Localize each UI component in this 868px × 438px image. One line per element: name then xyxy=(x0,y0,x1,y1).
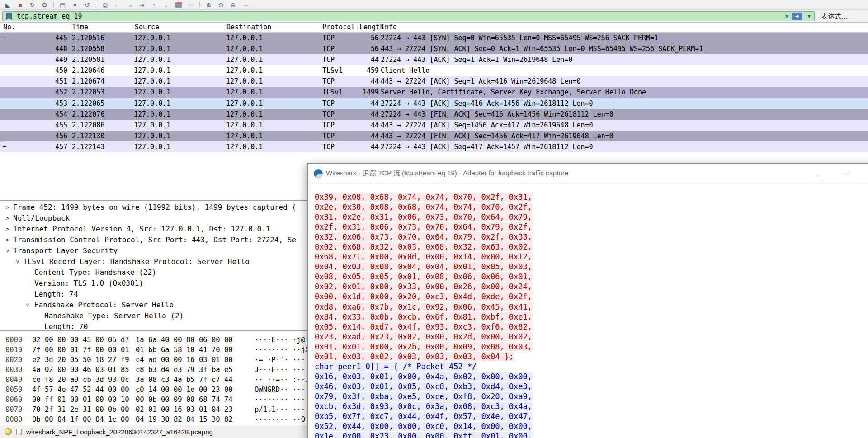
maximize-button[interactable]: □ xyxy=(832,164,859,184)
packet-row-452[interactable]: 4522.122053127.0.0.1127.0.0.1TLSv11499Se… xyxy=(0,87,868,98)
stream-line-server: 0x79, 0x3f, 0xba, 0xe5, 0xce, 0xf8, 0x20… xyxy=(314,391,868,401)
stream-text: 0x1e, 0x00, 0x23, 0x00, 0x00, 0xff, 0x01… xyxy=(314,432,533,438)
stream-line-client: 0xd8, 0xa6, 0x7b, 0x1c, 0x92, 0x06, 0x45… xyxy=(314,302,868,312)
stream-text: 0xcb, 0x3d, 0x93, 0x0c, 0x3a, 0x08, 0xc3… xyxy=(314,402,533,411)
minimize-button[interactable]: – xyxy=(806,164,832,184)
stream-text: 0xb5, 0x7f, 0xc7, 0x44, 0x4f, 0x57, 0x4e… xyxy=(314,412,533,421)
packet-row-445[interactable]: 4452.120516127.0.0.1127.0.0.1TCP5627224 … xyxy=(0,33,868,43)
find-packet-icon[interactable]: ◎ xyxy=(99,0,111,9)
expression-button[interactable]: 表达式… xyxy=(821,12,848,21)
resize-columns-icon[interactable]: ⇔ xyxy=(239,0,251,9)
stream-text: 0x02, 0x01, 0x00, 0x33, 0x00, 0x26, 0x00… xyxy=(314,282,533,291)
packet-cell-len: 44 xyxy=(343,98,379,109)
packet-cell-source: 127.0.0.1 xyxy=(134,76,170,87)
column-header-dest[interactable]: Destination xyxy=(226,23,271,32)
packet-cell-no: 451 xyxy=(0,76,67,87)
toolbar-separator xyxy=(53,2,54,8)
stream-line-client: 0x23, 0xad, 0x23, 0x02, 0x00, 0x2d, 0x00… xyxy=(314,332,868,342)
follow-window-titlebar[interactable]: Wireshark · 追踪 TCP 流 (tcp.stream eq 19) … xyxy=(308,164,868,184)
go-first-packet-icon[interactable]: ↑ xyxy=(148,0,160,9)
expand-arrow-icon[interactable]: > xyxy=(5,235,11,245)
zoom-original-icon[interactable]: ⊜ xyxy=(227,0,239,9)
ascii-left: ····E··· xyxy=(255,335,288,345)
detail-text: Transmission Control Protocol, Src Port:… xyxy=(0,235,296,245)
hex-bytes-right: 3a 08 c3 4a b5 7f c7 44 xyxy=(136,375,233,385)
expand-arrow-icon[interactable]: > xyxy=(5,213,11,224)
hex-bytes-left: 02 00 00 00 45 00 05 d7 xyxy=(32,335,129,345)
filter-apply-icon[interactable]: ➜ xyxy=(792,13,802,20)
detail-text: TLSv1 Record Layer: Handshake Protocol: … xyxy=(0,256,250,267)
stream-text: 0x68, 0x71, 0x00, 0x0d, 0x00, 0x14, 0x00… xyxy=(314,252,533,261)
column-header-info[interactable]: Info xyxy=(381,23,397,32)
stream-text: 0x79, 0x3f, 0xba, 0xe5, 0xce, 0xf8, 0x20… xyxy=(314,392,533,401)
packet-row-448[interactable]: 4482.120558127.0.0.1127.0.0.1TCP56443 → … xyxy=(0,43,868,54)
packet-cell-no: 449 xyxy=(0,54,67,65)
packet-row-449[interactable]: 4492.120581127.0.0.1127.0.0.1TCP4427224 … xyxy=(0,54,868,65)
packet-row-455[interactable]: 4552.122086127.0.0.1127.0.0.1TCP44443 → … xyxy=(0,120,868,131)
packet-cell-time: 2.120646 xyxy=(72,65,104,76)
packet-row-450[interactable]: 4502.120646127.0.0.1127.0.0.1TLSv1459Cli… xyxy=(0,65,868,76)
go-forward-icon[interactable]: → xyxy=(123,0,136,9)
packet-row-457[interactable]: 4572.122143127.0.0.1127.0.0.1TCP4427224 … xyxy=(0,141,868,152)
packet-cell-proto: TCP xyxy=(322,76,335,87)
hex-bytes-left: 4a 02 00 00 46 03 01 85 xyxy=(32,365,129,375)
stream-line-client: 0x2f, 0x31, 0x06, 0x73, 0x70, 0x64, 0x79… xyxy=(314,222,868,232)
stop-capture-icon[interactable]: ■ xyxy=(14,0,26,9)
packet-cell-proto: TLSv1 xyxy=(322,65,343,76)
expand-arrow-icon[interactable]: > xyxy=(5,224,11,235)
stream-text: 0x46, 0x03, 0x01, 0x85, 0xc8, 0xb3, 0xd4… xyxy=(314,382,533,391)
stream-line-server: 0x1e, 0x00, 0x23, 0x00, 0x00, 0xff, 0x01… xyxy=(314,431,868,438)
display-filter-value[interactable]: tcp.stream eq 19 xyxy=(17,12,82,21)
packet-cell-dest: 127.0.0.1 xyxy=(226,54,263,65)
follow-stream-content[interactable]: 0x39, 0x08, 0x68, 0x74, 0x74, 0x70, 0x2f… xyxy=(308,184,868,438)
filter-bookmark-icon[interactable] xyxy=(6,13,12,20)
collapse-arrow-icon[interactable]: > xyxy=(2,248,13,254)
start-capture-icon[interactable]: ◣ xyxy=(2,0,14,9)
hex-offset: 0030 xyxy=(5,365,22,375)
close-capture-file-icon[interactable]: × xyxy=(69,0,81,9)
colorize-packets-icon[interactable] xyxy=(172,0,184,9)
zoom-out-icon[interactable]: ⊖ xyxy=(215,0,227,9)
stream-text: 0x32, 0x06, 0x73, 0x70, 0x64, 0x79, 0x2f… xyxy=(314,232,533,241)
capture-file-properties-icon[interactable] xyxy=(16,429,22,435)
packet-row-453[interactable]: 4532.122065127.0.0.1127.0.0.1TCP4427224 … xyxy=(0,98,868,109)
detail-text: Length: 74 xyxy=(0,289,78,300)
restart-capture-icon[interactable]: ↻ xyxy=(26,0,38,9)
stream-text: 0x01, 0x01, 0x00, 0x2b, 0x00, 0x09, 0x08… xyxy=(314,342,533,351)
packet-cell-time: 2.122053 xyxy=(72,87,104,98)
hex-bytes-left: 00 ff 01 00 01 00 00 10 xyxy=(32,395,129,405)
packet-cell-dest: 127.0.0.1 xyxy=(226,109,263,120)
expand-arrow-icon[interactable]: > xyxy=(5,202,11,213)
column-header-no[interactable]: No. xyxy=(3,23,15,32)
hex-bytes-right: 04 19 30 82 04 15 30 82 xyxy=(136,414,233,424)
reload-file-icon[interactable]: ↺ xyxy=(81,0,93,9)
packet-row-451[interactable]: 4512.120674127.0.0.1127.0.0.1TCP44443 → … xyxy=(0,76,868,87)
packet-row-456[interactable]: 4562.122130127.0.0.1127.0.0.1TCP44443 → … xyxy=(0,131,868,141)
filter-history-caret-icon[interactable]: ▾ xyxy=(808,12,811,21)
packet-row-454[interactable]: 4542.122076127.0.0.1127.0.0.1TCP4427224 … xyxy=(0,109,868,120)
stream-line-client: 0x39, 0x08, 0x68, 0x74, 0x74, 0x70, 0x2f… xyxy=(314,192,868,202)
column-separator xyxy=(225,24,225,31)
column-header-source[interactable]: Source xyxy=(135,23,159,32)
expert-info-icon[interactable] xyxy=(5,428,12,435)
open-capture-file-icon[interactable]: ▤ xyxy=(57,0,69,9)
go-last-packet-icon[interactable]: ↓ xyxy=(160,0,172,9)
packet-cell-dest: 127.0.0.1 xyxy=(226,87,263,98)
auto-scroll-icon[interactable]: ≡ xyxy=(184,0,197,9)
packet-list-header: No.TimeSourceDestinationProtocolLengthIn… xyxy=(0,23,868,33)
zoom-in-icon[interactable]: ⊕ xyxy=(203,0,215,9)
stream-line-client: 0x08, 0x05, 0x05, 0x01, 0x08, 0x06, 0x06… xyxy=(314,272,868,282)
packet-cell-no: 452 xyxy=(0,87,67,98)
packet-cell-len: 56 xyxy=(343,43,379,54)
go-back-icon[interactable]: ← xyxy=(111,0,123,9)
packet-cell-no: 456 xyxy=(0,131,67,141)
go-to-packet-icon[interactable]: ⇥ xyxy=(136,0,148,9)
hex-offset: 0080 xyxy=(5,414,22,424)
filter-clear-icon[interactable]: × xyxy=(785,12,789,21)
collapse-arrow-icon[interactable]: > xyxy=(12,259,23,265)
column-header-time[interactable]: Time xyxy=(72,23,88,32)
collapse-arrow-icon[interactable]: > xyxy=(22,302,33,308)
capture-options-icon[interactable]: ⚙ xyxy=(38,0,51,9)
display-filter-input[interactable]: tcp.stream eq 19 × ➜ ▾ xyxy=(2,11,815,21)
column-header-proto[interactable]: Protocol xyxy=(322,23,355,32)
